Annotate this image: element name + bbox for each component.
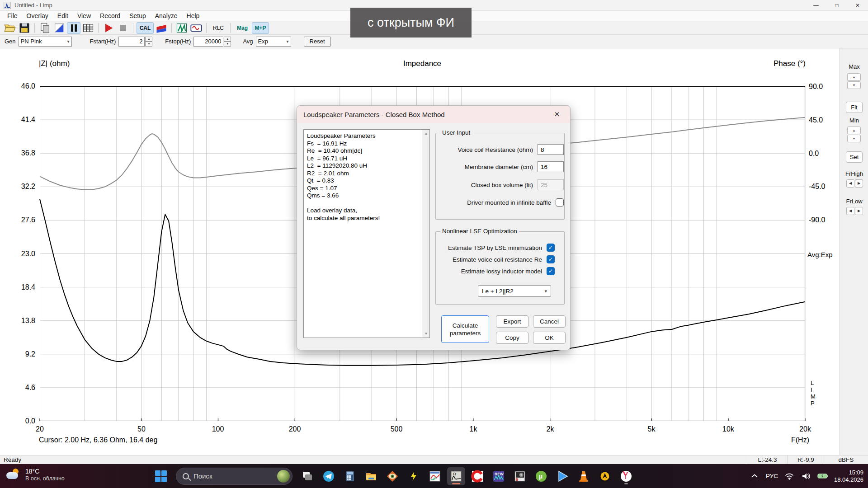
volume-icon[interactable] <box>801 471 811 482</box>
y-right-tick-label: 90.0 <box>809 83 836 91</box>
export-button[interactable]: Export <box>496 315 528 328</box>
reset-button[interactable]: Reset <box>304 37 331 47</box>
ok-button[interactable]: OK <box>533 332 566 344</box>
y-left-tick-label: 32.2 <box>0 183 35 191</box>
file-explorer-icon[interactable] <box>362 467 380 485</box>
lse-row-1: Estimate TSP by LSE minimization ✓ <box>448 244 555 252</box>
magnitude-button[interactable]: Mag <box>234 22 251 34</box>
task-view-button[interactable] <box>298 467 316 485</box>
generator-flag-button[interactable] <box>155 22 168 34</box>
wifi-icon[interactable] <box>784 471 795 482</box>
menu-item-analyze[interactable]: Analyze <box>151 11 182 20</box>
yandex-browser-icon[interactable] <box>617 467 635 485</box>
arta-steps-icon[interactable] <box>426 467 444 485</box>
media-player-icon[interactable] <box>553 467 571 485</box>
clock-widget[interactable]: 15:09 18.04.2026 <box>834 469 863 483</box>
menu-item-setup[interactable]: Setup <box>125 11 151 20</box>
menu-item-file[interactable]: File <box>3 11 22 20</box>
telegram-icon[interactable] <box>320 467 338 485</box>
lse-cb3-checkbox[interactable]: ✓ <box>547 267 555 275</box>
avg-mode-badge: Avg:Exp <box>807 251 833 258</box>
baffle-checkbox[interactable] <box>556 198 564 206</box>
open-file-button[interactable] <box>3 22 17 34</box>
limp-app-icon[interactable]: Ω <box>447 467 465 485</box>
pause-button[interactable] <box>67 22 80 34</box>
fit-button[interactable]: Fit <box>846 102 863 113</box>
copy-button[interactable] <box>38 22 52 34</box>
lse-cb1-checkbox[interactable]: ✓ <box>547 244 555 252</box>
photo-viewer-icon[interactable] <box>383 467 401 485</box>
weather-widget[interactable]: 18°C В осн. облачно <box>5 467 65 483</box>
tray-chevron-up-icon[interactable] <box>749 471 760 482</box>
mag-phase-button[interactable]: M+P <box>252 22 269 34</box>
voice-coil-input[interactable] <box>538 144 564 155</box>
cancel-button[interactable]: Cancel <box>533 315 566 328</box>
frlow-stepper[interactable]: ◀ ▶ <box>846 207 863 215</box>
dialog-close-button[interactable]: ✕ <box>550 110 564 118</box>
menu-item-overlay[interactable]: Overlay <box>22 11 53 20</box>
lse-cb2-checkbox[interactable]: ✓ <box>547 255 555 263</box>
arrow-right-icon: ▶ <box>855 179 863 188</box>
voice-coil-label: Voice coil Resistance (ohm) <box>458 146 533 153</box>
inductor-model-select[interactable]: Le + L2||R2 ▾ <box>478 285 551 297</box>
calibrate-button[interactable]: CAL <box>137 22 154 34</box>
start-button[interactable] <box>152 467 170 485</box>
fstart-spinner[interactable]: ▲ ▼ <box>145 37 152 47</box>
spectrum-button[interactable] <box>175 22 189 34</box>
battery-charging-icon[interactable] <box>817 471 828 482</box>
x-tick-label: 5k <box>638 425 665 433</box>
max-spinner[interactable]: ▲ ▼ <box>847 73 861 89</box>
bassbox-icon[interactable]: 6 <box>511 467 529 485</box>
parameters-text: Loudspeaker Parameters Fs = 16.91 Hz Re … <box>307 132 420 222</box>
close-button[interactable]: ✕ <box>847 0 868 11</box>
menu-item-edit[interactable]: Edit <box>53 11 73 20</box>
spin-down-icon: ▼ <box>847 135 861 142</box>
box-volume-input <box>538 179 564 190</box>
oscilloscope-button[interactable] <box>189 22 203 34</box>
spin-down-icon: ▼ <box>145 42 152 47</box>
menu-item-help[interactable]: Help <box>182 11 204 20</box>
x-tick-label: 200 <box>281 425 308 433</box>
lightning-icon[interactable] <box>405 467 423 485</box>
frhigh-stepper[interactable]: ◀ ▶ <box>846 179 863 188</box>
svg-text:µ: µ <box>539 473 542 480</box>
spin-up-icon: ▲ <box>847 127 861 134</box>
fstop-spinner[interactable]: ▲ ▼ <box>224 37 231 47</box>
x-tick-label: 20k <box>792 425 819 433</box>
inductor-model-value: Le + L2||R2 <box>482 288 514 295</box>
membrane-input[interactable] <box>538 161 564 172</box>
record-play-button[interactable] <box>102 22 115 34</box>
fstop-input[interactable] <box>193 37 223 47</box>
scroll-down-icon: ▼ <box>422 330 430 338</box>
copy-button[interactable]: Copy <box>496 332 528 344</box>
red-c-app-icon[interactable] <box>468 467 486 485</box>
save-button[interactable] <box>18 22 31 34</box>
parameters-listbox[interactable]: Loudspeaker Parameters Fs = 16.91 Hz Re … <box>303 129 430 338</box>
calculator-icon[interactable] <box>341 467 359 485</box>
min-spinner[interactable]: ▲ ▼ <box>847 127 861 143</box>
vlc-icon[interactable] <box>575 467 593 485</box>
rew-icon[interactable]: REW <box>490 467 508 485</box>
y-right-tick-label: -90.0 <box>809 216 836 224</box>
utorrent-icon[interactable]: µ <box>532 467 550 485</box>
search-box[interactable]: Поиск <box>176 468 292 485</box>
overlay-flag-button[interactable] <box>52 22 66 34</box>
search-daily-image[interactable] <box>277 470 290 483</box>
avg-select[interactable]: Exp ▾ <box>256 37 291 47</box>
calculate-parameters-button[interactable]: Calculate parameters <box>441 315 489 343</box>
menu-item-view[interactable]: View <box>73 11 95 20</box>
listbox-scrollbar[interactable]: ▲ ▼ <box>422 130 429 338</box>
set-button[interactable]: Set <box>846 151 863 163</box>
fstart-input[interactable] <box>118 37 145 47</box>
record-stop-button[interactable] <box>116 22 130 34</box>
language-indicator[interactable]: РУС <box>766 473 778 479</box>
menu-item-record[interactable]: Record <box>95 11 125 20</box>
minimize-button[interactable]: — <box>806 0 826 11</box>
table-view-button[interactable] <box>81 22 95 34</box>
aimp-icon[interactable] <box>596 467 614 485</box>
spin-down-icon: ▼ <box>224 42 231 47</box>
rlc-button[interactable]: RLC <box>210 22 227 34</box>
taskbar-center: Поиск Ω REW 6 µ <box>152 464 635 488</box>
maximize-button[interactable]: □ <box>826 0 847 11</box>
generator-select[interactable]: PN Pink ▾ <box>19 37 72 47</box>
